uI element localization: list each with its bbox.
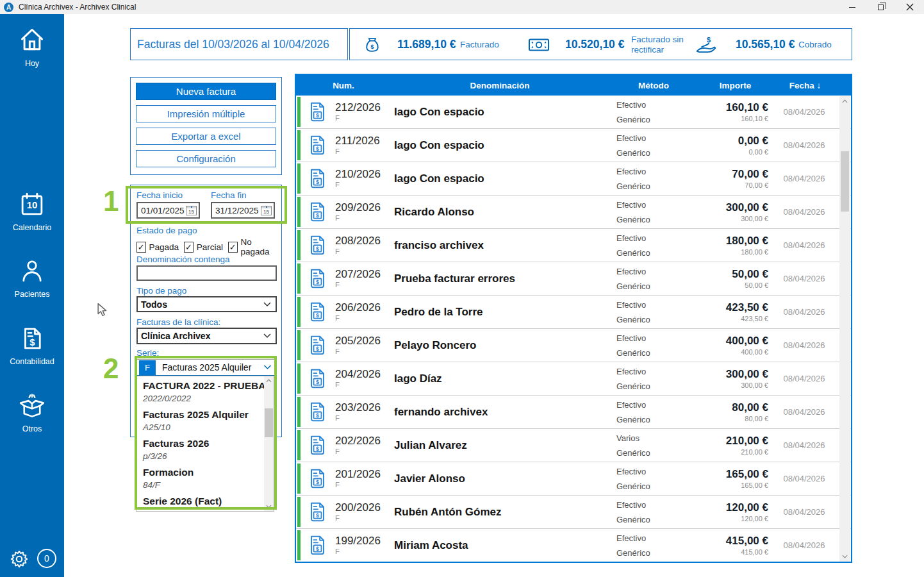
invoice-number: 201/2026 [335,468,381,481]
serie-combobox[interactable]: F Facturas 2025 Alquiler [136,359,277,376]
column-metodo[interactable]: Método [609,81,698,90]
scroll-down-icon[interactable] [266,505,272,508]
invoice-row[interactable]: $ 201/2026 F Javier Alonso Efectivo Gené… [296,462,851,496]
invoice-row[interactable]: $ 206/2026 F Pedro de la Torre Efectivo … [296,296,851,329]
hand-money-icon: $ [695,36,718,58]
invoice-date: 08/04/2026 [772,140,836,150]
invoice-row[interactable]: $ 212/2026 F Iago Con espacio Efectivo G… [296,96,851,129]
dropdown-scrollbar[interactable] [264,376,274,511]
payment-method: Efectivo [616,397,698,412]
no-pagada-checkbox[interactable]: ✓ [228,242,238,253]
denominacion-input[interactable] [136,265,277,281]
serie-dropdown-item[interactable]: Serie 2026 (Fact) [136,492,263,509]
invoice-denomination: Julian Alvarez [391,439,609,452]
tipo-pago-value: Todos [138,299,263,310]
invoices-table: Num. Denominación Método Importe Fecha ↓ [295,74,852,563]
serie-label: Serie: [136,348,159,358]
sidebar-item-otros[interactable]: Otros [0,392,64,433]
payment-method: Varios [616,431,698,446]
restore-button[interactable] [866,0,895,14]
serie-badge: F [139,360,156,375]
tipo-pago-label: Tipo de pago [136,286,186,296]
sidebar-label-pacientes: Pacientes [0,290,64,299]
scroll-up-icon[interactable] [266,379,272,383]
fecha-fin-input[interactable]: 31/12/2025 15 [211,202,275,219]
dropdown-scrollbar-thumb[interactable] [265,408,273,437]
invoice-serie: F [335,481,381,489]
invoice-row[interactable]: $ 202/2026 F Julian Alvarez Varios Genér… [296,429,851,462]
invoice-date: 08/04/2026 [772,307,836,317]
facturado-amount: 11.689,10 € [397,38,456,51]
minimize-icon [849,7,855,8]
invoice-amount-secondary: 70,00 € [698,181,768,190]
invoice-denomination: fernando archivex [391,406,609,419]
invoice-row[interactable]: $ 209/2026 F Ricardo Alonso Efectivo Gen… [296,196,851,229]
sidebar-item-pacientes[interactable]: Pacientes [0,258,64,299]
payment-concept: Genérico [616,546,698,560]
scroll-up-icon[interactable] [842,99,848,103]
chevron-down-icon [263,333,271,339]
settings-button[interactable] [9,549,29,572]
configuracion-button[interactable]: Configuración [136,150,276,167]
invoice-row[interactable]: $ 199/2026 F Miriam Acosta Efectivo Gené… [296,529,851,562]
clinica-label: Facturas de la clínica: [136,317,220,327]
no-pagada-label: No pagada [241,237,276,256]
fecha-inicio-input[interactable]: 01/01/2025 15 [136,202,200,219]
serie-dropdown-list: E/0/26 FACTURA 2022 - PRUEBA 2022/0/2022… [136,376,274,512]
serie-dropdown-item[interactable]: Formacion 84/F [136,464,263,492]
close-button[interactable] [895,0,924,14]
serie-dropdown-item[interactable]: Facturas 2025 Alquiler A25/10 [136,406,263,435]
table-scrollbar-thumb[interactable] [841,151,849,212]
row-status-bar [297,497,301,527]
scroll-down-icon[interactable] [842,555,848,558]
sidebar-label-hoy: Hoy [0,59,64,68]
column-importe[interactable]: Importe [698,81,772,90]
invoice-row[interactable]: $ 205/2026 F Pelayo Roncero Efectivo Gen… [296,329,851,362]
sidebar-item-calendario[interactable]: 10 Calendario [0,191,64,232]
date-picker-icon[interactable]: 15 [261,206,272,215]
minimize-button[interactable] [837,0,866,14]
invoice-row[interactable]: $ 211/2026 F Iago Con espacio Efectivo G… [296,129,851,162]
column-num[interactable]: Num. [296,81,391,90]
invoice-row[interactable]: $ 203/2026 F fernando archivex Efectivo … [296,396,851,429]
date-picker-icon[interactable]: 15 [186,206,197,215]
invoice-denomination: franciso archivex [391,239,609,252]
table-scrollbar[interactable] [839,96,850,562]
column-fecha-sorted[interactable]: Fecha ↓ [772,81,838,90]
sidebar-item-contabilidad[interactable]: $ Contabilidad [0,325,64,366]
notification-badge[interactable]: 0 [37,549,56,568]
sidebar-item-hoy[interactable]: Hoy [0,26,64,68]
invoice-number: 199/2026 [335,535,381,548]
open-box-icon [18,392,46,419]
parcial-checkbox[interactable]: ✓ [184,242,194,253]
invoice-denomination: Prueba facturar errores [391,272,609,285]
invoice-row[interactable]: $ 204/2026 F Iago Díaz Efectivo Genérico [296,362,851,396]
invoice-serie: F [335,414,381,422]
invoice-icon: $ [309,535,326,555]
clinica-select[interactable]: Clínica Archivex [136,328,277,344]
facturado-sin-rectificar-label: Facturado sin rectificar [631,35,685,55]
invoice-row[interactable]: $ 200/2026 F Rubén Antón Gómez Efectivo … [296,496,851,529]
invoice-row[interactable]: $ 207/2026 F Prueba facturar errores Efe… [296,262,851,296]
sidebar-label-otros: Otros [0,424,64,433]
payment-method: Efectivo [616,464,698,479]
serie-dropdown-item[interactable]: Facturas 2026 p/3/26 [136,435,263,464]
invoice-serie: F [335,114,381,122]
invoice-denomination: Pedro de la Torre [391,306,609,319]
payment-concept: Genérico [616,379,698,394]
column-denominacion[interactable]: Denominación [391,81,609,90]
exportar-excel-button[interactable]: Exportar a excel [136,128,276,145]
nueva-factura-button[interactable]: Nueva factura [136,83,276,100]
invoice-serie: F [335,181,381,189]
tipo-pago-select[interactable]: Todos [136,296,277,312]
impresion-multiple-button[interactable]: Impresión múltiple [136,105,276,122]
pagada-checkbox[interactable]: ✓ [136,242,146,253]
svg-text:$: $ [316,446,319,452]
invoice-serie: F [335,548,381,556]
page-title: Facturas del 10/03/2026 al 10/04/2026 [137,38,329,51]
invoice-amount-secondary: 80,00 € [698,414,768,423]
invoice-row[interactable]: $ 210/2026 F Iago Con espacio Efectivo G… [296,162,851,196]
invoice-number: 207/2026 [335,268,381,281]
serie-dropdown-item[interactable]: FACTURA 2022 - PRUEBA 2022/0/2022 [136,377,263,406]
invoice-row[interactable]: $ 208/2026 F franciso archivex Efectivo … [296,229,851,262]
